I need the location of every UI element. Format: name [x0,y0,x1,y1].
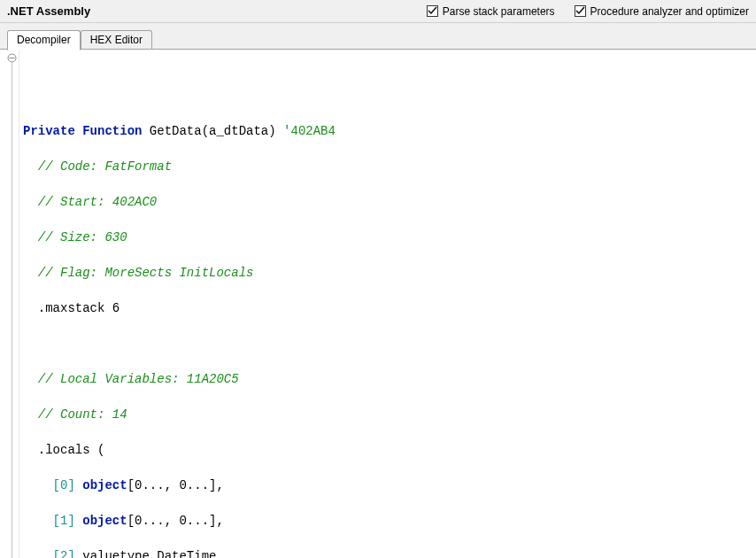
directive: .maxstack 6 [38,301,120,315]
comment: // Code: FatFormat [38,159,172,174]
code-line: Private Function GetData(a_dtData) '402A… [23,122,756,140]
code-line: // Count: 14 [23,406,756,423]
code-line: .maxstack 6 [23,299,756,317]
tab-hex-editor[interactable]: HEX Editor [81,30,152,50]
checkbox-parse-stack[interactable]: Parse stack parameters [427,5,555,18]
comment: // Count: 14 [38,407,127,422]
code-line: // Local Variables: 11A20C5 [23,370,756,388]
fold-toggle-icon[interactable] [7,53,17,63]
code-line: // Size: 630 [23,229,756,246]
address-comment: '402AB4 [283,124,336,138]
code-line: .locals ( [23,441,756,459]
code-line: // Start: 402AC0 [23,193,756,211]
tab-decompiler[interactable]: Decompiler [7,30,81,50]
local-index: [1] [53,514,75,528]
checkbox-procedure-analyzer[interactable]: Procedure analyzer and optimizer [575,5,749,18]
directive: .locals ( [38,443,105,457]
code-line [23,335,756,353]
type-suffix: [0..., 0...], [127,478,224,492]
code-line: [0] object[0..., 0...], [23,477,756,494]
code-line: [2] valuetype DateTime, [23,547,756,558]
type-keyword: object [82,478,127,492]
comment: // Flag: MoreSects InitLocals [38,266,254,280]
comment: // Size: 630 [38,230,127,244]
keyword: Function [82,124,142,138]
code-viewer[interactable]: Private Function GetData(a_dtData) '402A… [0,50,756,558]
tab-bar: Decompiler HEX Editor [0,23,756,50]
check-icon [427,5,438,17]
keyword: Private [23,124,75,138]
comment: // Start: 402AC0 [38,195,157,209]
header-bar: .NET Assembly Parse stack parameters Pro… [0,0,756,23]
function-name: GetData(a_dtData) [142,124,283,138]
check-icon [575,5,586,17]
type-keyword: object [82,514,127,528]
type-plain: valuetype DateTime, [82,549,224,558]
comment: // Local Variables: 11A20C5 [38,372,239,386]
checkbox-label: Parse stack parameters [443,5,555,18]
code-lines: Private Function GetData(a_dtData) '402A… [23,105,756,558]
type-suffix: [0..., 0...], [127,514,224,528]
code-line: // Flag: MoreSects InitLocals [23,264,756,282]
local-index: [0] [53,478,75,492]
panel-title: .NET Assembly [7,4,90,18]
fold-gutter [0,50,19,558]
checkbox-label: Procedure analyzer and optimizer [590,5,749,18]
code-line: // Code: FatFormat [23,158,756,175]
local-index: [2] [53,549,75,558]
fold-line [12,63,12,558]
code-line: [1] object[0..., 0...], [23,512,756,530]
